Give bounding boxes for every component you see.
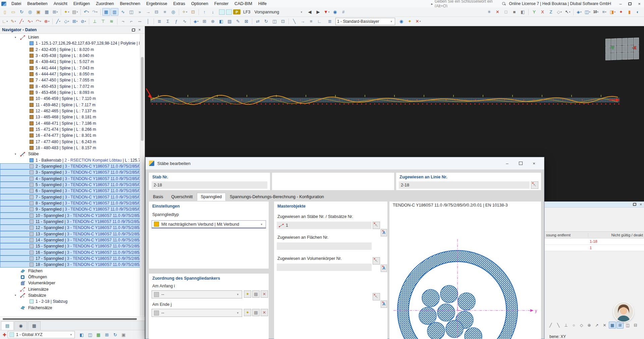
tree-node-flächensätze[interactable]: +Flächensätze bbox=[0, 304, 140, 310]
tree-item[interactable]: 7 - Spannglied | 3 - TENDON-C Y1860S7 11… bbox=[0, 194, 140, 200]
annotation-button[interactable]: ✎▾ bbox=[9, 17, 17, 25]
mirror-objects-button[interactable]: ◫ bbox=[271, 17, 278, 25]
tree-item[interactable]: 18 - Spannglied | 3 - TENDON-C Y1860S7 1… bbox=[0, 262, 140, 268]
tree-item[interactable]: 1 - 125,1-27,126,29-62,127,63-97,128,98-… bbox=[0, 40, 140, 46]
refresh-view-button[interactable]: ↻ bbox=[111, 331, 119, 339]
dimension-button[interactable]: ∟▾ bbox=[1, 17, 9, 25]
hinge-end-button[interactable]: ⌐ bbox=[127, 17, 135, 25]
tree-item[interactable]: 11 - Spannglied | 3 - TENDON-C Y1860S7 1… bbox=[0, 219, 140, 225]
csys-select[interactable]: 1 - Global XYZ ▾ bbox=[8, 331, 75, 338]
tree-item[interactable]: 12 - Spannglied | 3 - TENDON-C Y1860S7 1… bbox=[0, 225, 140, 231]
dialog-maximize-button[interactable] bbox=[514, 159, 527, 168]
pick-surfaces-button[interactable]: ↖ bbox=[373, 257, 380, 265]
expand-chevron-icon[interactable]: ▾ bbox=[15, 36, 16, 39]
solid-display-half-button[interactable]: ◧ bbox=[519, 8, 527, 16]
tree-item[interactable]: 18 - 480-483 | Spline | L : 8.157 m bbox=[0, 145, 140, 151]
open-from-web-button[interactable]: ◎ bbox=[26, 8, 34, 16]
tree-item[interactable]: 12 - 462-465 | Spline | L : 7.137 m bbox=[0, 108, 140, 114]
close-button[interactable]: × bbox=[635, 0, 644, 7]
menu-hilfe[interactable]: Hilfe bbox=[255, 0, 270, 7]
edit-anchor-start-button[interactable]: ▤ bbox=[252, 290, 260, 298]
filter-loads-button[interactable]: ▼▾ bbox=[323, 8, 330, 16]
function-button[interactable]: ƒ bbox=[172, 17, 180, 25]
snap-parallel-button[interactable]: ╲ bbox=[555, 322, 562, 329]
layer-combo[interactable]: ≣ 1 - Standard-Basislayer ▾ bbox=[326, 18, 395, 25]
dialog-tab-basis[interactable]: Basis bbox=[149, 193, 167, 201]
tree-item[interactable]: 1 - 2-18 | Stabzug bbox=[0, 298, 140, 304]
delete-layer-button[interactable]: ✕▾ bbox=[414, 17, 422, 25]
nodal-support-button[interactable]: ⊥ bbox=[91, 17, 99, 25]
grid-snap-button[interactable]: ▦ bbox=[609, 322, 616, 329]
panel-close-icon[interactable]: × bbox=[640, 202, 642, 207]
report-button[interactable]: ≡ bbox=[161, 8, 169, 16]
menu-cad-bim[interactable]: CAD-BIM bbox=[231, 0, 255, 7]
new-model-button[interactable]: ▯ bbox=[1, 8, 9, 16]
tree-item[interactable]: 15 - Spannglied | 3 - TENDON-C Y1860S7 1… bbox=[0, 243, 140, 249]
scrollbar-thumb[interactable] bbox=[3, 318, 137, 320]
navigator-float-button[interactable] bbox=[130, 27, 137, 33]
snap-direction-button[interactable]: ↗ bbox=[593, 322, 600, 329]
new-solid-button[interactable]: ⊞▾ bbox=[71, 17, 79, 25]
layer-select[interactable]: 1 - Standard-Basislayer ▾ bbox=[335, 18, 395, 25]
menu-bearbeiten[interactable]: Bearbeiten bbox=[24, 0, 50, 7]
tree-item[interactable]: 10 - 456-459 | Spline | L : 7.110 m bbox=[0, 96, 140, 102]
rotate-objects-button[interactable]: ↻ bbox=[262, 17, 270, 25]
navigator-vertical-scrollbar[interactable] bbox=[140, 34, 145, 316]
new-window-button[interactable]: ◧ bbox=[78, 331, 86, 339]
tree-item[interactable]: 16 - 474-477 | Spline | L : 8.301 m bbox=[0, 132, 140, 138]
menu-extras[interactable]: Extras bbox=[170, 0, 188, 7]
tree-node-stäbe[interactable]: ▾IStäbe bbox=[0, 151, 140, 157]
blocks-button[interactable]: ◨▾ bbox=[609, 8, 616, 16]
hatch-button[interactable]: ▨ bbox=[226, 17, 233, 25]
dialog-close-button[interactable]: × bbox=[527, 159, 541, 168]
chevron-down-icon[interactable]: ▾ bbox=[301, 10, 303, 14]
draw-line-button[interactable]: ╱▾ bbox=[18, 17, 25, 25]
tab-ansichten[interactable]: ▦ bbox=[28, 321, 41, 330]
new-surface-button[interactable]: ◇▾ bbox=[63, 17, 70, 25]
search-icon[interactable] bbox=[502, 2, 506, 6]
result-diagram-button[interactable]: ∿ bbox=[119, 8, 127, 16]
snapshot-button[interactable]: ▣ bbox=[35, 8, 42, 16]
grid-button[interactable]: ⊞ bbox=[201, 17, 208, 25]
tree-item[interactable]: 13 - Spannglied | 3 - TENDON-C Y1860S7 1… bbox=[0, 231, 140, 237]
draw-arc-button[interactable]: ◠▾ bbox=[35, 17, 42, 25]
tree-item[interactable]: 6 - 444-447 | Spline | L : 8.050 m bbox=[0, 71, 140, 77]
tree-item[interactable]: 9 - 453-456 | Spline | L : 8.093 m bbox=[0, 90, 140, 96]
refresh-button[interactable]: ↻ bbox=[18, 8, 25, 16]
draw-polyline-button[interactable]: ∿▾ bbox=[26, 17, 34, 25]
tree-item[interactable]: 14 - 468-471 | Spline | L : 7.186 m bbox=[0, 120, 140, 126]
tree-item[interactable]: 16 - Spannglied | 3 - TENDON-C Y1860S7 1… bbox=[0, 249, 140, 255]
spanngliedtyp-combo[interactable]: Mit nachträglichem Verbund | Mit Verbund… bbox=[152, 220, 266, 228]
member-division-button[interactable]: │ bbox=[144, 17, 152, 25]
layer-visibility-button[interactable]: ◉ bbox=[397, 17, 405, 25]
grid-show-button[interactable]: ⊞ bbox=[616, 322, 624, 329]
anchor-end-combo[interactable]: -- ▾ bbox=[152, 309, 242, 317]
anchor-start-combo[interactable]: -- ▾ bbox=[152, 290, 242, 298]
menu-zuordnen[interactable]: Zuordnen bbox=[93, 0, 117, 7]
tree-item[interactable]: 3 - 435-438 | Spline | L : 8.040 m bbox=[0, 53, 140, 59]
delete-anchor-start-button[interactable]: ✕ bbox=[261, 290, 268, 298]
tree-item[interactable]: 2 - 432-435 | Spline | L : 8.020 m bbox=[0, 47, 140, 53]
eccentricity-button[interactable]: ─ bbox=[136, 17, 144, 25]
pick-line-button[interactable]: ↖ bbox=[531, 181, 538, 189]
layers-button[interactable]: ≡▾ bbox=[600, 8, 608, 16]
print-button[interactable]: ⊞▾ bbox=[51, 8, 59, 16]
measure-button[interactable]: ∟ bbox=[316, 17, 323, 25]
insert-load-below-button[interactable]: ↓ bbox=[209, 8, 217, 16]
menu-ergebnisse[interactable]: Ergebnisse bbox=[143, 0, 170, 7]
export-tables-button[interactable]: → bbox=[144, 8, 152, 16]
new-member-button[interactable]: ╱▾ bbox=[54, 17, 62, 25]
surface-support-button[interactable]: ≋ bbox=[108, 17, 115, 25]
tree-item[interactable]: 13 - 465-468 | Spline | L : 8.181 m bbox=[0, 114, 140, 120]
loadcase-combo[interactable]: P LF3 Vorspannung ▾ bbox=[219, 8, 304, 16]
trim-button[interactable]: ╲ bbox=[290, 17, 298, 25]
move-y-button[interactable]: Y bbox=[530, 8, 538, 16]
decimal-places-button[interactable]: 10▾ bbox=[592, 8, 600, 16]
user-avatar[interactable] bbox=[614, 302, 633, 322]
new-anchor-start-button[interactable]: ✦ bbox=[244, 290, 251, 298]
expand-chevron-icon[interactable]: ▾ bbox=[15, 294, 16, 297]
web-globe-button[interactable]: ◎ bbox=[169, 8, 177, 16]
master-flaechen-input[interactable] bbox=[277, 242, 372, 250]
section-button[interactable]: ≣ bbox=[156, 17, 163, 25]
templates-button[interactable]: ▤▾ bbox=[71, 8, 79, 16]
